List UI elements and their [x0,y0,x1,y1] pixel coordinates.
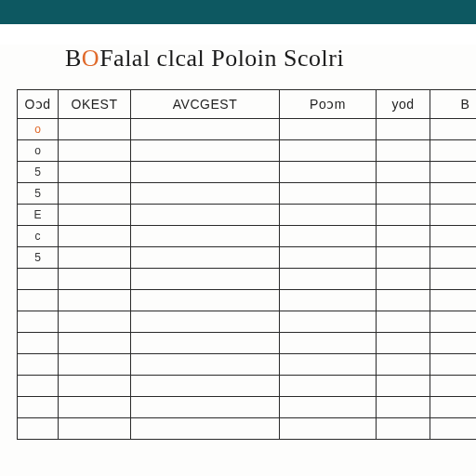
col-header-5: B [430,90,477,119]
cell [377,290,430,311]
cell [280,119,377,140]
cell [430,119,477,140]
row-label [18,376,59,397]
cell [131,376,280,397]
row-label: 5 [18,247,59,269]
cell [59,162,131,183]
table-row: 5 [18,162,477,183]
cell [280,247,377,269]
cell [377,418,430,440]
cell [280,162,377,183]
row-label: o [18,119,59,140]
cell [430,354,477,376]
cell [280,354,377,376]
row-label: 5 [18,183,59,205]
cell [377,119,430,140]
cell [377,333,430,354]
cell [131,333,280,354]
cell [59,226,131,247]
cell [377,376,430,397]
cell [59,290,131,311]
row-label [18,333,59,354]
cell [59,247,131,269]
row-label [18,269,59,290]
cell [377,311,430,333]
cell [59,269,131,290]
title-part-b: B [65,45,82,72]
cell [131,205,280,226]
table-row: o [18,119,477,140]
row-label [18,290,59,311]
table-row: c [18,226,477,247]
cell [59,354,131,376]
row-label [18,354,59,376]
cell [131,397,280,418]
table-row: 5 [18,247,477,269]
cell [280,333,377,354]
col-header-4: yod [377,90,430,119]
table-row [18,290,477,311]
cell [59,333,131,354]
cell [430,311,477,333]
cell [430,162,477,183]
cell [59,183,131,205]
top-bar [0,0,476,24]
title-part-rest: Falal clcal Poloin Scolri [99,45,344,72]
table-row [18,333,477,354]
cell [131,226,280,247]
cell [59,140,131,162]
cell [280,376,377,397]
cell [59,119,131,140]
cell [377,269,430,290]
cell [430,247,477,269]
cell [430,140,477,162]
cell [131,183,280,205]
table-body: oo55Ec5 [18,119,477,440]
cell [59,311,131,333]
cell [377,354,430,376]
row-label: 5 [18,162,59,183]
cell [131,418,280,440]
cell [430,290,477,311]
page-title: BOFalal clcal Poloin Scolri [65,45,476,73]
table-row: E [18,205,477,226]
table-row [18,269,477,290]
cell [430,418,477,440]
table-row: 5 [18,183,477,205]
row-label [18,397,59,418]
data-table: Oɔd OKEST AVCGEST Poɔm yod B oo55Ec5 [17,89,476,440]
cell [59,397,131,418]
cell [280,290,377,311]
table-row [18,397,477,418]
cell [280,397,377,418]
cell [430,183,477,205]
title-part-o: O [82,45,99,72]
row-label [18,311,59,333]
cell [280,418,377,440]
row-label [18,418,59,440]
cell [430,226,477,247]
cell [59,418,131,440]
cell [430,397,477,418]
cell [131,119,280,140]
cell [131,162,280,183]
cell [131,354,280,376]
cell [377,226,430,247]
table-row: o [18,140,477,162]
cell [280,226,377,247]
cell [131,140,280,162]
cell [280,183,377,205]
cell [280,205,377,226]
document-page: BOFalal clcal Poloin Scolri Oɔd OKEST AV… [0,45,476,476]
cell [377,140,430,162]
table-row [18,311,477,333]
table-container: Oɔd OKEST AVCGEST Poɔm yod B oo55Ec5 [17,89,476,440]
col-header-2: AVCGEST [131,90,280,119]
cell [377,205,430,226]
table-row [18,418,477,440]
col-header-0: Oɔd [18,90,59,119]
table-row [18,376,477,397]
cell [280,269,377,290]
table-header-row: Oɔd OKEST AVCGEST Poɔm yod B [18,90,477,119]
cell [59,376,131,397]
